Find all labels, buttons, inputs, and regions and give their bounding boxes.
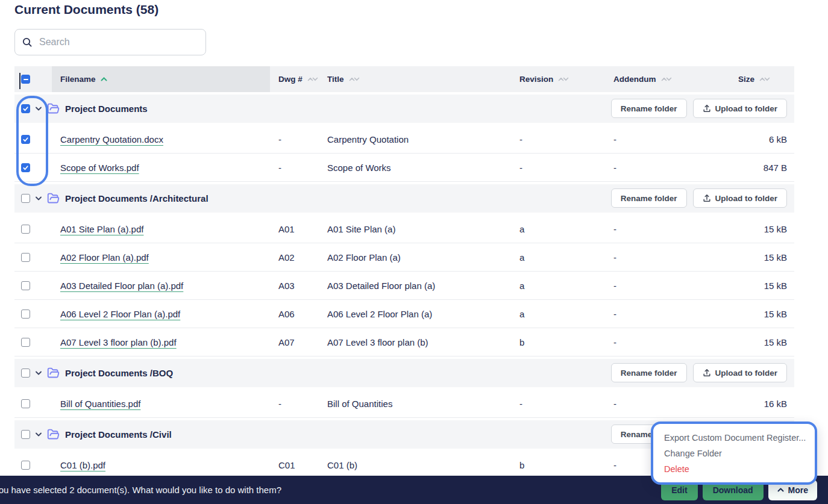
addendum-cell: - <box>605 272 724 299</box>
title-cell: A03 Detailed Floor plan (a) <box>319 272 511 299</box>
addendum-cell: - <box>605 300 724 328</box>
row-checkbox[interactable] <box>21 163 30 172</box>
rename-folder-button[interactable]: Rename folder <box>611 363 687 382</box>
column-label: Size <box>738 75 754 84</box>
row-checkbox[interactable] <box>21 194 30 203</box>
filename-link[interactable]: A03 Detailed Floor plan (a).pdf <box>60 281 183 291</box>
folder-name: Project Documents /Architectural <box>65 193 209 204</box>
revision-cell: - <box>511 390 605 417</box>
menu-item-delete[interactable]: Delete <box>653 461 815 477</box>
upload-icon <box>703 194 711 202</box>
folder-row: Project Documents /Architectural Rename … <box>14 184 794 213</box>
row-checkbox[interactable] <box>21 430 30 439</box>
column-header-filename[interactable]: Filename <box>52 66 270 92</box>
button-label: Rename folder <box>621 194 677 203</box>
row-checkbox[interactable] <box>21 225 30 234</box>
document-row: Carpentry Quotation.docx - Carpentry Quo… <box>14 125 794 154</box>
filename-link[interactable]: C01 (b).pdf <box>60 460 105 470</box>
title-cell: A02 Floor Plan (a) <box>319 243 511 271</box>
column-label: Revision <box>519 75 553 84</box>
upload-to-folder-button[interactable]: Upload to folder <box>693 99 788 118</box>
menu-item-export-register[interactable]: Export Custom Document Register... <box>653 430 815 446</box>
rename-folder-button[interactable]: Rename folder <box>611 188 687 208</box>
column-header-title[interactable]: Title <box>319 66 511 92</box>
filename-link[interactable]: A02 Floor Plan (a).pdf <box>60 252 149 263</box>
document-row: A02 Floor Plan (a).pdf A02 A02 Floor Pla… <box>14 243 794 272</box>
filename-link[interactable]: A01 Site Plan (a).pdf <box>60 224 143 234</box>
filename-link[interactable]: Carpentry Quotation.docx <box>60 134 163 145</box>
title-cell: A06 Level 2 Floor Plan (a) <box>319 300 511 328</box>
dwg-cell: - <box>270 154 319 181</box>
chevron-down-icon[interactable] <box>36 196 42 201</box>
folder-open-icon <box>47 367 60 379</box>
folder-name: Project Documents /BOQ <box>65 368 173 378</box>
button-label: Rename folder <box>621 369 677 378</box>
row-checkbox[interactable] <box>21 135 30 144</box>
button-label: Upload to folder <box>715 194 778 203</box>
search-input[interactable] <box>38 36 198 48</box>
sort-toggle-icon <box>661 76 672 82</box>
row-checkbox[interactable] <box>21 104 30 113</box>
dwg-cell: A06 <box>270 300 319 328</box>
row-checkbox[interactable] <box>21 253 30 262</box>
button-label: Rename folder <box>621 104 677 113</box>
row-checkbox[interactable] <box>21 399 30 408</box>
sort-toggle-icon <box>759 76 770 82</box>
button-label: Upload to folder <box>715 104 778 113</box>
row-checkbox[interactable] <box>21 369 30 378</box>
folder-open-icon <box>47 428 60 441</box>
rename-folder-button[interactable]: Rename folder <box>611 99 687 118</box>
chevron-down-icon[interactable] <box>36 107 42 111</box>
table-header-row: Filename Dwg # Title Revision <box>14 66 794 92</box>
search-box[interactable] <box>14 29 206 55</box>
page-title: Current Documents (58) <box>14 2 158 17</box>
column-header-dwg[interactable]: Dwg # <box>270 66 319 92</box>
upload-to-folder-button[interactable]: Upload to folder <box>693 188 788 208</box>
title-cell: Bill of Quantities <box>319 390 511 417</box>
size-cell: 15 kB <box>724 215 794 243</box>
filename-link[interactable]: Bill of Quantities.pdf <box>60 399 140 409</box>
documents-page: Current Documents (58) Filename Dwg # <box>0 0 828 504</box>
row-checkbox[interactable] <box>21 310 30 319</box>
revision-cell: - <box>511 125 605 153</box>
folder-open-icon <box>47 192 60 205</box>
filename-link[interactable]: Scope of Works.pdf <box>60 163 139 173</box>
chevron-down-icon[interactable] <box>36 371 42 375</box>
size-cell: 15 kB <box>724 272 794 299</box>
upload-to-folder-button[interactable]: Upload to folder <box>693 363 788 382</box>
size-cell: 15 kB <box>724 328 794 356</box>
dwg-cell: - <box>270 125 319 153</box>
documents-table: Filename Dwg # Title Revision <box>14 66 794 479</box>
revision-cell: a <box>511 300 605 328</box>
column-label: Addendum <box>613 75 656 84</box>
addendum-cell: - <box>605 215 724 243</box>
menu-item-change-folder[interactable]: Change Folder <box>653 446 815 461</box>
column-header-revision[interactable]: Revision <box>511 66 605 92</box>
column-header-addendum[interactable]: Addendum <box>605 66 724 92</box>
size-cell: 15 kB <box>724 243 794 271</box>
title-cell: Carpentry Quotation <box>319 125 511 153</box>
chevron-down-icon[interactable] <box>36 432 42 437</box>
folder-row: Project Documents Rename folder Upload t… <box>14 95 794 123</box>
addendum-cell: - <box>605 125 724 153</box>
filename-link[interactable]: A06 Level 2 Floor Plan (a).pdf <box>60 309 180 319</box>
row-checkbox[interactable] <box>21 281 30 290</box>
revision-cell: a <box>511 243 605 271</box>
button-label: Upload to folder <box>715 369 778 378</box>
row-checkbox[interactable] <box>21 338 30 347</box>
title-cell: C01 (b) <box>319 451 511 479</box>
sort-toggle-icon <box>558 76 569 82</box>
row-checkbox[interactable] <box>21 461 30 470</box>
select-all-checkbox[interactable] <box>21 75 30 84</box>
dwg-cell: C01 <box>270 451 319 479</box>
sort-asc-icon <box>101 77 107 81</box>
document-row: A07 Level 3 floor plan (b).pdf A07 A07 L… <box>14 328 794 356</box>
column-header-size[interactable]: Size <box>724 66 794 92</box>
addendum-cell: - <box>605 243 724 271</box>
title-cell: A07 Level 3 floor plan (b) <box>319 328 511 356</box>
upload-icon <box>703 369 711 377</box>
document-row: A03 Detailed Floor plan (a).pdf A03 A03 … <box>14 272 794 300</box>
revision-cell: - <box>511 154 605 181</box>
sort-toggle-icon <box>349 76 360 82</box>
filename-link[interactable]: A07 Level 3 floor plan (b).pdf <box>60 337 177 347</box>
